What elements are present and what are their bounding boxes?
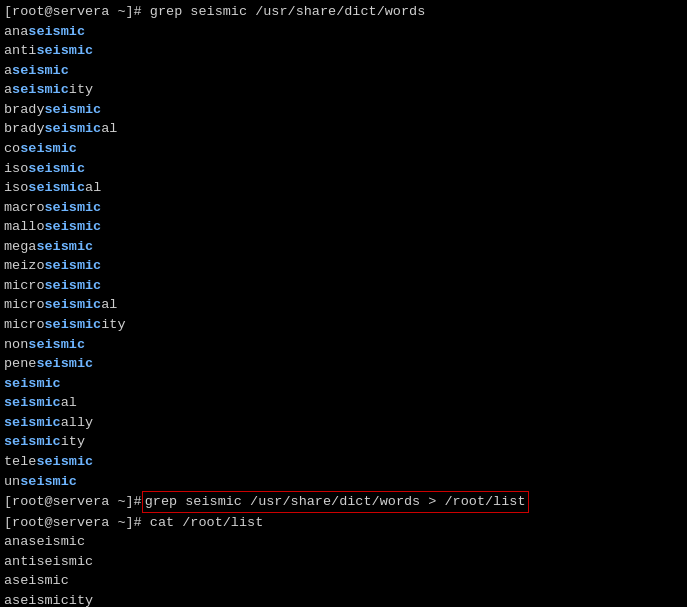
line-21: seismically [4,413,683,433]
line-10: macroseismic [4,198,683,218]
prompt-text: [root@servera ~]# [4,492,142,512]
command-input-line[interactable]: [root@servera ~]# grep seismic /usr/shar… [4,491,683,513]
line-out-4: aseismicity [4,591,683,607]
line-out-1: anaseismic [4,532,683,552]
line-5: bradyseismic [4,100,683,120]
line-2: antiseismic [4,41,683,61]
command-box[interactable]: grep seismic /usr/share/dict/words > /ro… [142,491,529,513]
line-9: isoseismical [4,178,683,198]
line-12: megaseismic [4,237,683,257]
terminal: [root@servera ~]# grep seismic /usr/shar… [0,0,687,607]
line-0: [root@servera ~]# grep seismic /usr/shar… [4,2,683,22]
line-out-2: antiseismic [4,552,683,572]
line-6: bradyseismical [4,119,683,139]
line-8: isoseismic [4,159,683,179]
line-7: coseismic [4,139,683,159]
line-out-3: aseismic [4,571,683,591]
line-18: peneseismic [4,354,683,374]
line-15: microseismical [4,295,683,315]
line-1: anaseismic [4,22,683,42]
line-cat: [root@servera ~]# cat /root/list [4,513,683,533]
line-16: microseismicity [4,315,683,335]
line-23: teleseismic [4,452,683,472]
line-20: seismical [4,393,683,413]
line-4: aseismicity [4,80,683,100]
line-3: aseismic [4,61,683,81]
line-13: meizoseismic [4,256,683,276]
line-19: seismic [4,374,683,394]
line-22: seismicity [4,432,683,452]
line-24: unseismic [4,472,683,492]
line-11: malloseismic [4,217,683,237]
line-14: microseismic [4,276,683,296]
line-17: nonseismic [4,335,683,355]
